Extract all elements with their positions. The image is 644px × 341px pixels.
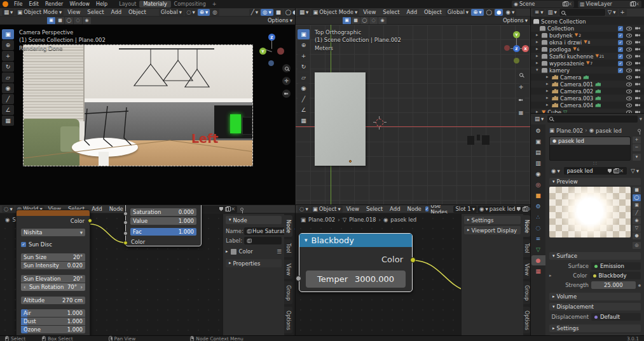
preview-world-button[interactable] [633,242,641,249]
tool-transform[interactable] [298,83,310,93]
slot-dropdown[interactable]: Slot 1 [453,206,477,213]
hide-eye-toggle[interactable] [626,48,632,51]
sun-elevation-field[interactable]: Sun Elevation20° [21,275,85,283]
ortho-grid-button[interactable] [517,109,525,117]
tab-constraints[interactable] [531,234,545,244]
pin-icon[interactable] [240,208,243,211]
hide-eye-toggle[interactable] [626,97,632,100]
tab-particles[interactable] [531,212,545,222]
collapse-icon[interactable] [305,237,308,243]
expand-icon[interactable] [536,40,540,44]
animate-dot-button[interactable] [638,284,641,287]
menu-add[interactable]: Add [88,206,105,212]
filter-dropdown-icon[interactable] [640,116,642,122]
editor-type-button[interactable] [298,9,310,16]
viewlayer-selector[interactable]: ViewLayer [578,1,641,8]
pan-hand-button[interactable]: ✛ [517,83,525,91]
collapse-icon[interactable] [536,68,540,72]
exclude-checkbox[interactable] [618,68,623,73]
menu-file[interactable]: File [11,1,25,7]
tool-measure[interactable] [2,105,14,115]
exclude-checkbox[interactable] [618,54,623,59]
tab-texture[interactable] [531,266,545,276]
expand-icon[interactable] [546,96,550,100]
blender-logo-icon[interactable] [3,1,8,7]
breadcrumb-mesh[interactable]: Plane.018 [349,217,376,223]
menu-node[interactable]: Node [404,206,425,212]
color-output-socket[interactable] [88,218,92,223]
hide-eye-toggle[interactable] [626,27,632,30]
tab-object-data[interactable] [531,244,545,255]
material-name-field[interactable]: pasek led [564,167,627,175]
outliner-row-scene-collection[interactable]: Scene Collection [531,18,644,25]
expand-icon[interactable] [536,47,540,51]
menu-add[interactable]: Add [387,206,403,212]
preview-flat-button[interactable] [633,187,641,194]
menu-help[interactable]: Help [93,1,111,7]
add-workspace-button[interactable]: + [209,1,220,7]
close-icon[interactable] [635,2,640,7]
expand-icon[interactable] [536,33,540,37]
increment-arrow-icon[interactable] [81,284,83,290]
displacement-panel-header[interactable]: Displacement [549,303,641,311]
select-box-button[interactable] [56,17,64,24]
tool-add-cube[interactable] [2,116,14,126]
tab-scene[interactable] [531,169,545,179]
menu-object[interactable]: Object [421,9,445,15]
select-mode-button[interactable] [378,17,387,24]
close-icon[interactable] [568,2,572,7]
new-scene-icon[interactable] [563,2,566,6]
slot-specials-button[interactable] [633,154,641,161]
unlink-icon[interactable] [619,168,624,174]
axis-neg-z-handle[interactable] [268,60,274,66]
shading-solid-button[interactable] [495,9,503,16]
exclude-checkbox[interactable] [618,33,623,38]
led-object-1[interactable] [467,136,474,145]
editor-type-button[interactable] [298,206,310,213]
render-visibility-toggle[interactable] [635,89,641,93]
sun-disc-checkbox[interactable]: Sun Disc [21,241,52,248]
shader1-canvas[interactable]: Scene World Color Nishita Sun Disc Sun S… [0,213,295,335]
hide-eye-toggle[interactable] [626,41,632,44]
outliner-row-camera-001[interactable]: Camera.001 [531,81,644,88]
axis-x-handle[interactable]: X [522,45,529,52]
copy-icon[interactable] [523,207,526,211]
preview-cube-button[interactable] [633,202,641,209]
menu-object[interactable]: Object [125,9,149,15]
air-slider[interactable]: Air1.000 [21,309,85,317]
expand-icon[interactable] [549,274,552,278]
filter-dropdown[interactable] [606,9,618,16]
sky-texture-node[interactable]: Color Nishita Sun Disc Sun Size20° Sun I… [16,210,90,335]
volume-panel-header[interactable]: Volume [549,293,641,300]
preview-cloth-button[interactable] [633,225,641,232]
room-plan-mesh[interactable] [315,72,366,166]
strength-slider[interactable]: 25.000 [591,281,636,289]
hide-eye-toggle[interactable] [626,34,632,37]
tab-options[interactable]: Options [284,307,292,333]
tab-tool[interactable] [531,126,545,136]
menu-add[interactable]: Add [404,9,420,15]
fake-user-icon[interactable] [219,207,223,211]
select-box-button[interactable] [352,17,360,24]
select-tweak-button[interactable] [343,17,351,24]
preview-shaderball-button[interactable] [633,217,641,224]
tab-view-layer[interactable] [531,158,545,168]
material-datablock-field[interactable]: pasek led [477,206,531,213]
display-mode-dropdown[interactable] [545,9,558,16]
camera-view-button[interactable] [282,90,291,98]
properties-panel-header[interactable]: Properties [226,259,282,267]
copy-material-icon[interactable] [613,169,617,173]
outliner-row-camera-002[interactable]: Camera.002 [531,88,644,95]
axis-z-handle[interactable]: Z [268,34,275,41]
camera-view-button[interactable] [517,96,525,104]
exclude-checkbox[interactable] [618,61,623,66]
select-mode-button[interactable] [83,17,91,24]
render-visibility-toggle[interactable] [635,54,641,58]
workspace-tab-materialy[interactable]: Materialy [139,1,170,8]
tool-annotate[interactable] [298,94,310,104]
ozone-slider[interactable]: Ozone1.000 [21,326,85,333]
saturation-input-socket[interactable] [123,211,128,216]
material-specials-button[interactable] [629,168,641,175]
pin-icon[interactable] [638,129,641,132]
editor-type-button[interactable] [533,9,545,16]
